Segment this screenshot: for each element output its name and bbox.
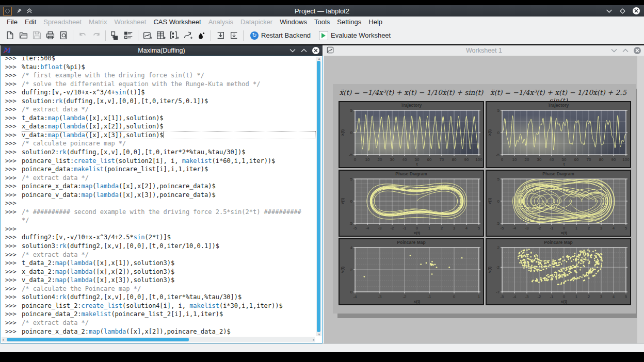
project-explorer-icon[interactable] [108, 29, 122, 42]
console-line[interactable]: >>>/* extract data */ [1, 174, 316, 183]
plot-poincare[interactable]: Poincare Map-5-4-3-2-10123452-2-7x(t)v(t… [486, 238, 631, 305]
new-project-icon[interactable] [3, 29, 17, 42]
console-close-icon[interactable] [312, 47, 319, 54]
console-code[interactable]: /* calculate poincare map */ [22, 139, 316, 148]
console-line[interactable]: >>>/* ########## second example with the… [1, 208, 316, 217]
console-code[interactable]: /* solve the differential equation with … [22, 80, 316, 89]
console-code[interactable]: t_data:map(lambda([x],x[1]),solution)$ [22, 114, 316, 123]
worksheet-window-titlebar[interactable]: Worksheet 1 [324, 45, 644, 56]
console-minimize-icon[interactable] [289, 47, 296, 54]
new-spreadsheet-icon[interactable] [154, 29, 168, 42]
console-line[interactable]: >>>v_data:map(lambda([x],x[3]),solution)… [1, 131, 316, 140]
console-code[interactable]: t_data_2:map(lambda([x],x[1]),solution3)… [22, 259, 316, 268]
close-button[interactable] [633, 7, 640, 14]
console-line[interactable]: >>>%tau:bfloat(%pi)$ [1, 63, 316, 72]
console-line[interactable]: >>>x_data:map(lambda([x],x[2]),solution)… [1, 122, 316, 131]
worksheet-minimize-icon[interactable] [611, 47, 617, 54]
plot-phase[interactable]: Phase Diagram-5-4-3-2-1012345-505x(t)v(t… [486, 170, 631, 237]
console-code[interactable]: v_data_2:map(lambda([x],x[3]),solution3)… [22, 276, 316, 285]
menu-windows[interactable]: Windows [276, 18, 311, 26]
console-code[interactable]: %tau:bfloat(%pi)$ [22, 63, 316, 72]
console-line[interactable]: >>>duffing2:[v,-v/10+x-x^3/4+2.5*sin(2*t… [1, 233, 316, 242]
console-line[interactable]: >>>poincare_v_data:map(lambda([x],x[3]),… [1, 191, 316, 200]
console-code[interactable]: poincare_list_2:create_list(solution4[i]… [22, 302, 316, 310]
print-icon[interactable] [43, 29, 57, 42]
console-line[interactable]: >>>poincare_x_data_2:map(lambda([x],x[2]… [1, 327, 316, 336]
console-line[interactable]: >>>poincare_list:create_list(solution2[i… [1, 157, 316, 166]
console-code[interactable]: solution2:rk(duffing,[x,v],[0,0],[t,0,it… [22, 148, 316, 157]
console-code[interactable]: duffing2:[v,-v/10+x-x^3/4+2.5*sin(2*t)]$ [22, 233, 316, 242]
color-drop-icon[interactable] [195, 29, 208, 42]
plot-trajectory[interactable]: Trajectory0102030405060708090100-505tx(t… [486, 101, 631, 168]
console-code[interactable]: /* extract data */ [22, 251, 316, 259]
console-line[interactable]: >>>poincare_data_2:makelist(poincare_lis… [1, 310, 316, 319]
console-code[interactable]: /* extract data */ [22, 105, 316, 114]
console-code[interactable]: poincare_v_data:map(lambda([x],x[3]),poi… [22, 191, 316, 200]
console-line[interactable]: >>>duffing:[v,-v/10+x-x^3/4+sin(t)]$ [1, 88, 316, 97]
console-restore-icon[interactable] [301, 47, 307, 54]
plot-phase[interactable]: Phase Diagram-5-4-3-2-1012345-505x(t)v(t… [339, 170, 484, 237]
console-code[interactable] [22, 225, 316, 234]
print-preview-icon[interactable] [57, 29, 70, 42]
console-code[interactable]: poincare_x_data_2:map(lambda([x],x[2]),p… [22, 327, 316, 336]
console-line[interactable]: >>>poincare_x_data:map(lambda([x],x[2]),… [1, 182, 316, 191]
console-code[interactable]: solution3:rk(duffing2,[x,v],[0,0],[t,0,i… [22, 242, 316, 251]
worksheet-view[interactable]: ẍ(t) = −1/4x³(t) + x(t) − 1/10ẋ(t) + sin… [324, 56, 644, 343]
console-line[interactable]: */ [1, 216, 316, 225]
console-line[interactable]: >>>solution2:rk(duffing,[x,v],[0,0],[t,0… [1, 148, 316, 157]
console-line[interactable]: >>>solution3:rk(duffing2,[x,v],[0,0],[t,… [1, 242, 316, 251]
equation-label-1[interactable]: ẍ(t) = −1/4x³(t) + x(t) − 1/10ẋ(t) + sin… [339, 88, 484, 96]
console-content[interactable]: >>>iter:500$>>>%tau:bfloat(%pi)$>>>/* fi… [1, 56, 316, 337]
properties-explorer-icon[interactable] [122, 29, 135, 42]
console-line[interactable]: >>>poincare_list_2:create_list(solution4… [1, 302, 316, 310]
console-line[interactable]: >>>solution4:rk(duffing2,[x,v],[0,0],[t,… [1, 293, 316, 302]
console-line[interactable]: >>>/* extract data */ [1, 105, 316, 114]
menu-edit[interactable]: Edit [21, 18, 40, 26]
import-data-icon[interactable] [214, 29, 227, 42]
menu-cas-worksheet[interactable]: CAS Worksheet [150, 18, 204, 26]
console-line[interactable]: >>>v_data_2:map(lambda([x],x[3]),solutio… [1, 276, 316, 285]
console-horizontal-scrollbar[interactable]: ◂ ▸ [2, 337, 315, 342]
console-code[interactable]: /* extract data */ [22, 319, 316, 327]
minimize-button[interactable] [606, 9, 613, 13]
console-vertical-scrollbar[interactable]: ▲ ▼ [316, 57, 321, 336]
console-code[interactable]: /* calculate the Poincare map */ [22, 285, 316, 293]
console-line[interactable]: >>>t_data:map(lambda([x],x[1]),solution)… [1, 114, 316, 123]
console-code[interactable]: /* extract data */ [22, 174, 316, 183]
worksheet-close-icon[interactable] [634, 47, 641, 54]
console-line[interactable]: >>>t_data_2:map(lambda([x],x[1]),solutio… [1, 259, 316, 268]
console-line[interactable]: >>>/* calculate poincare map */ [1, 139, 316, 148]
restart-backend-button[interactable]: ↻ Restart Backend [246, 29, 315, 42]
console-code[interactable]: poincare_list:create_list(solution2[i], … [22, 157, 316, 166]
new-workbook-icon[interactable] [141, 29, 154, 42]
console-code[interactable]: solution:rk(duffing,[x,v],[0,0],[t,0,ite… [22, 97, 316, 106]
maxima-console[interactable]: >>>iter:500$>>>%tau:bfloat(%pi)$>>>/* fi… [1, 56, 323, 343]
console-line[interactable]: >>>x_data_2:map(lambda([x],x[2]),solutio… [1, 268, 316, 276]
console-line[interactable]: >>>solution:rk(duffing,[x,v],[0,0],[t,0,… [1, 97, 316, 106]
console-code[interactable]: v_data:map(lambda([x],x[3]),solution)$ [22, 131, 316, 140]
console-code[interactable]: solution4:rk(duffing2,[x,v],[0,0],[t,0,i… [22, 293, 316, 302]
console-line[interactable]: >>>iter:500$ [1, 56, 316, 63]
plot-trajectory[interactable]: Trajectory0102030405060708090100-505tx(t… [339, 101, 484, 168]
evaluate-worksheet-button[interactable]: Evaluate Worksheet [315, 29, 395, 42]
console-line[interactable]: >>> [1, 199, 316, 208]
open-project-icon[interactable] [17, 29, 30, 42]
console-code[interactable] [22, 199, 316, 208]
console-window-titlebar[interactable]: M Maxima(Duffing) [1, 45, 323, 56]
new-datapicker-icon[interactable] [181, 29, 195, 42]
console-code[interactable]: poincare_data_2:makelist(poincare_list_2… [22, 310, 316, 319]
console-line[interactable]: >>>/* calculate the Poincare map */ [1, 285, 316, 293]
console-code[interactable]: poincare_x_data:map(lambda([x],x[2]),poi… [22, 182, 316, 191]
console-code[interactable]: /* ########## second example with the dr… [22, 208, 316, 217]
menu-tools[interactable]: Tools [311, 18, 333, 26]
console-line[interactable]: >>>/* solve the differential equation wi… [1, 80, 316, 89]
console-line[interactable]: >>>/* extract data */ [1, 251, 316, 259]
worksheet-restore-icon[interactable] [622, 47, 629, 54]
new-matrix-icon[interactable] [168, 29, 181, 42]
menu-help[interactable]: Help [365, 18, 386, 26]
console-line[interactable]: >>>poincare_data:makelist(poincare_list[… [1, 165, 316, 174]
worksheet-vertical-scrollbar[interactable] [637, 56, 644, 343]
console-code[interactable]: iter:500$ [22, 56, 316, 63]
console-code[interactable]: poincare_data:makelist(poincare_list[i],… [22, 165, 316, 174]
console-code[interactable]: x_data:map(lambda([x],x[2]),solution)$ [22, 122, 316, 131]
